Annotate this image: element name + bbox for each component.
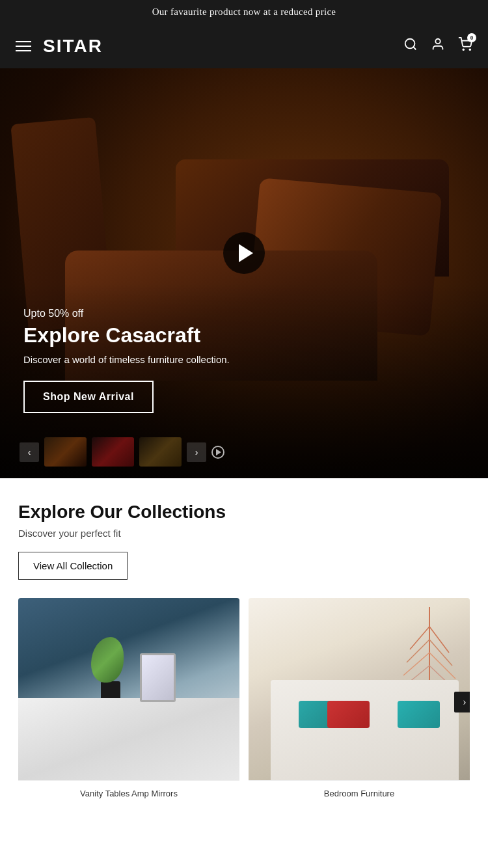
vanity-background — [18, 598, 239, 780]
hero-section: Upto 50% off Explore Casacraft Discover … — [0, 68, 488, 478]
search-icon[interactable] — [403, 37, 418, 55]
vanity-product-image — [18, 598, 239, 780]
announcement-text: Our favaurite product now at a reduced p… — [152, 7, 336, 17]
carousel-prev-button[interactable]: ‹ — [20, 442, 39, 462]
bedroom-bed — [271, 680, 459, 780]
carousel-thumb-3[interactable] — [139, 437, 182, 467]
product-card-vanity[interactable]: Vanity Tables Amp Mirrors — [18, 598, 239, 806]
hero-content: Upto 50% off Explore Casacraft Discover … — [23, 308, 230, 413]
svg-line-7 — [410, 627, 429, 649]
pillow-red — [327, 701, 370, 728]
hero-discount: Upto 50% off — [23, 308, 230, 319]
carousel-controls: ‹ › — [0, 437, 488, 467]
collection-next-arrow[interactable]: › — [454, 692, 470, 712]
vanity-mirror — [140, 653, 176, 702]
shop-new-arrival-button[interactable]: Shop New Arrival — [23, 381, 154, 413]
cart-icon[interactable]: 0 — [458, 37, 472, 55]
svg-point-2 — [435, 39, 440, 44]
bedroom-background — [249, 598, 470, 780]
svg-line-9 — [407, 640, 429, 662]
announcement-bar: Our favaurite product now at a reduced p… — [0, 0, 488, 24]
play-button[interactable] — [223, 232, 265, 274]
user-icon[interactable] — [431, 37, 445, 55]
carousel-thumb-1[interactable] — [44, 437, 87, 467]
svg-line-6 — [429, 627, 449, 653]
svg-line-1 — [413, 47, 416, 49]
vanity-product-label: Vanity Tables Amp Mirrors — [18, 780, 239, 806]
svg-point-4 — [469, 49, 470, 50]
collections-title: Explore Our Collections — [18, 502, 470, 522]
hero-title: Explore Casacraft — [23, 323, 230, 347]
vanity-table — [18, 698, 239, 780]
collections-section: Explore Our Collections Discover your pe… — [0, 478, 488, 822]
hero-description: Discover a world of timeless furniture c… — [23, 354, 230, 365]
header-right: 0 — [403, 37, 472, 55]
pillow-teal-right — [398, 701, 440, 728]
product-card-bedroom[interactable]: Bedroom Furniture › — [249, 598, 470, 806]
header: SITAR 0 — [0, 24, 488, 68]
svg-line-10 — [429, 653, 455, 679]
collections-subtitle: Discover your perfect fit — [18, 528, 470, 539]
cart-badge: 0 — [467, 33, 476, 42]
carousel-play-button[interactable] — [211, 446, 224, 459]
svg-point-3 — [463, 49, 464, 50]
view-all-collection-button[interactable]: View All Collection — [18, 552, 128, 580]
svg-line-11 — [403, 653, 429, 675]
carousel-thumb-2[interactable] — [92, 437, 134, 467]
bedroom-product-label: Bedroom Furniture — [249, 780, 470, 806]
header-left: SITAR — [16, 36, 103, 57]
bedroom-product-image — [249, 598, 470, 780]
carousel-next-button[interactable]: › — [187, 442, 206, 462]
vanity-plant — [85, 629, 137, 707]
product-row: Vanity Tables Amp Mirrors — [18, 598, 470, 806]
hamburger-menu-icon[interactable] — [16, 41, 31, 51]
logo[interactable]: SITAR — [43, 36, 103, 57]
svg-point-0 — [405, 39, 415, 49]
